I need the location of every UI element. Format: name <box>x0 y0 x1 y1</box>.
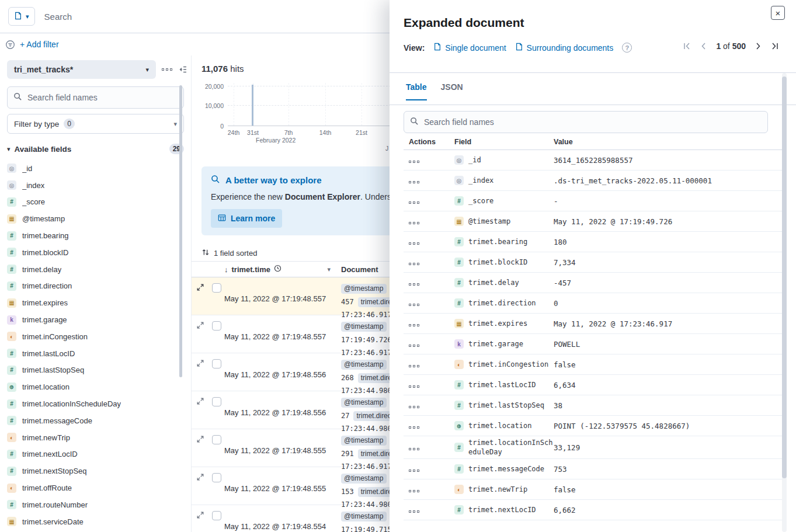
row-actions-icon[interactable] <box>409 242 419 245</box>
tab-table[interactable]: Table <box>406 82 427 100</box>
row-actions-icon[interactable] <box>409 283 419 286</box>
filter-menu-icon[interactable] <box>5 40 15 50</box>
row-actions-icon[interactable] <box>409 324 419 326</box>
search-input[interactable]: Search <box>44 12 72 22</box>
row-actions-icon[interactable] <box>409 222 419 224</box>
last-page-icon[interactable] <box>770 41 780 51</box>
flyout-field-search-input[interactable]: Search field names <box>404 111 768 133</box>
row-actions-icon[interactable] <box>409 426 419 429</box>
field-name: trimet.blockID <box>468 258 527 267</box>
row-actions-icon[interactable] <box>409 181 419 183</box>
field-list-item[interactable]: #trimet.messageCode <box>7 412 184 429</box>
expand-document-icon[interactable] <box>197 360 204 391</box>
doc-field-row: ◎_index .ds-tri_met_tracks-2022.05.11-00… <box>404 171 783 191</box>
row-time: May 11, 2022 @ 17:19:48.556 <box>224 408 326 417</box>
index-options-icon[interactable] <box>162 68 172 71</box>
field-value: POINT (-122.5379575 45.4828667) <box>554 422 783 430</box>
row-actions-icon[interactable] <box>409 448 419 450</box>
field-list-item[interactable]: ▦trimet.serviceDate <box>7 513 184 530</box>
field-list-item[interactable]: #_score <box>7 194 184 211</box>
histogram-bar[interactable] <box>252 85 253 126</box>
field-list-item[interactable]: #trimet.routeNumber <box>7 496 184 513</box>
boolean-field-icon: ◐ <box>7 484 16 493</box>
field-value: 180 <box>554 238 783 246</box>
field-name: trimet.expires <box>468 319 527 328</box>
previous-page-icon[interactable] <box>699 41 708 51</box>
field-list-item[interactable]: ▦trimet.expires <box>7 294 184 311</box>
row-checkbox[interactable] <box>212 397 221 406</box>
help-icon[interactable]: ? <box>622 43 632 53</box>
row-checkbox[interactable] <box>212 473 221 482</box>
flyout-scrollbar-thumb[interactable] <box>782 77 787 478</box>
field-list-item[interactable]: #trimet.blockID <box>7 244 184 261</box>
column-menu-icon[interactable]: ▾ <box>327 266 331 273</box>
row-actions-icon[interactable] <box>409 161 419 163</box>
expand-document-icon[interactable] <box>197 436 204 467</box>
single-document-link[interactable]: Single document <box>433 43 506 53</box>
field-value-text: 17:23:44.980 <box>341 387 392 395</box>
field-list-item[interactable]: #trimet.direction <box>7 278 184 295</box>
row-checkbox[interactable] <box>212 321 221 331</box>
row-actions-icon[interactable] <box>409 201 419 204</box>
row-checkbox[interactable] <box>212 435 221 444</box>
doc-field-row: #trimet.blockID 7,334 <box>404 252 783 273</box>
tab-json[interactable]: JSON <box>441 82 463 100</box>
row-checkbox[interactable] <box>212 283 221 293</box>
row-checkbox[interactable] <box>212 359 221 368</box>
first-page-icon[interactable] <box>682 41 691 51</box>
field-list-item[interactable]: ◐trimet.offRoute <box>7 479 184 496</box>
sidebar-scrollbar[interactable] <box>179 85 182 377</box>
add-filter-button[interactable]: + Add filter <box>20 40 59 49</box>
row-actions-icon[interactable] <box>409 490 419 492</box>
row-actions-icon[interactable] <box>409 304 419 306</box>
field-search-input[interactable]: Search field names <box>7 86 184 109</box>
filter-by-type-button[interactable]: Filter by type 0 ▾ <box>7 114 184 134</box>
field-name: trimet.location <box>468 421 531 430</box>
expand-document-icon[interactable] <box>197 284 204 315</box>
next-page-icon[interactable] <box>753 41 763 51</box>
field-list-item[interactable]: ⊕trimet.location <box>7 378 184 395</box>
index-pattern-selector[interactable]: tri_met_tracks* ▾ <box>7 60 156 79</box>
row-actions-icon[interactable] <box>409 406 419 408</box>
field-list-item[interactable]: ◎_index <box>7 177 184 194</box>
field-list-item[interactable]: #trimet.locationInScheduleDay <box>7 395 184 412</box>
sorted-fields-button[interactable]: 1 field sorted <box>201 248 257 258</box>
meta-field-icon: ◎ <box>454 176 464 185</box>
row-actions-icon[interactable] <box>409 345 419 347</box>
query-menu-button[interactable]: ▾ <box>8 7 35 26</box>
row-actions-icon[interactable] <box>409 385 419 388</box>
field-list-item[interactable]: ◎_id <box>7 160 184 177</box>
field-list-item[interactable]: #trimet.bearing <box>7 227 184 244</box>
row-actions-icon[interactable] <box>409 263 419 265</box>
close-icon[interactable]: × <box>771 6 785 20</box>
row-actions-icon[interactable] <box>409 365 419 367</box>
collapse-sidebar-icon[interactable] <box>178 65 187 74</box>
flyout-tabs: Table JSON <box>406 82 463 100</box>
field-name: trimet.nextLocID <box>468 505 536 514</box>
surrounding-documents-link[interactable]: Surrounding documents <box>515 43 614 53</box>
field-list-item[interactable]: ▦@timestamp <box>7 210 184 227</box>
field-list-item[interactable]: #trimet.nextLocID <box>7 446 184 463</box>
time-column-header[interactable]: ↓ trimet.time ▾ <box>224 265 335 274</box>
x-axis-label: 14th <box>319 129 331 136</box>
expand-document-icon[interactable] <box>197 398 204 429</box>
field-list-item[interactable]: #trimet.delay <box>7 261 184 278</box>
field-list-item[interactable]: ktrimet.garage <box>7 311 184 328</box>
available-fields-header[interactable]: ▾ Available fields 29 <box>7 144 184 154</box>
field-list-item[interactable]: #trimet.lastStopSeq <box>7 362 184 379</box>
expand-document-icon[interactable] <box>197 512 204 532</box>
field-list-item[interactable]: #trimet.lastLocID <box>7 345 184 362</box>
row-actions-icon[interactable] <box>409 510 419 513</box>
keyword-field-icon: k <box>454 339 464 349</box>
x-axis-month-label: February 2022 <box>256 137 296 144</box>
doc-field-row: #trimet.bearing 180 <box>404 232 783 252</box>
sort-descending-icon: ↓ <box>224 265 228 274</box>
expand-document-icon[interactable] <box>197 474 204 505</box>
field-list-item[interactable]: #trimet.nextStopSeq <box>7 463 184 479</box>
field-list-item[interactable]: ◐trimet.newTrip <box>7 429 184 446</box>
field-list-item[interactable]: ◐trimet.inCongestion <box>7 328 184 345</box>
expand-document-icon[interactable] <box>197 322 204 353</box>
row-checkbox[interactable] <box>212 511 221 520</box>
learn-more-button[interactable]: Learn more <box>211 209 282 228</box>
row-actions-icon[interactable] <box>409 470 419 472</box>
